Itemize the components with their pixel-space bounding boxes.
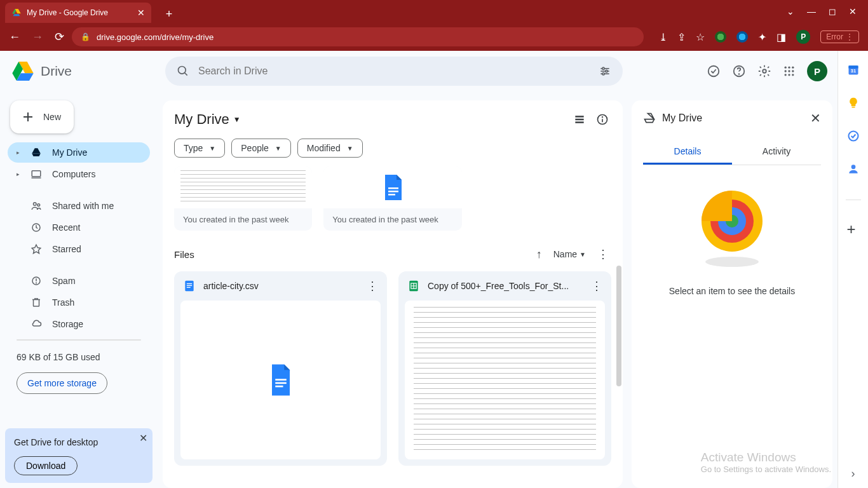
chevron-down-icon: ▼ (209, 145, 215, 152)
svg-rect-54 (275, 379, 287, 381)
suggested-meta: You created in the past week (323, 208, 461, 231)
sidebar-item-my-drive[interactable]: ▸ My Drive (8, 142, 150, 163)
get-storage-button[interactable]: Get more storage (17, 372, 107, 394)
profile-avatar[interactable]: P (796, 30, 810, 44)
docs-file-icon (377, 172, 408, 203)
info-icon[interactable] (593, 111, 611, 128)
sort-direction-icon[interactable]: ↑ (534, 245, 545, 264)
search-options-icon[interactable] (599, 65, 611, 78)
more-options-icon[interactable]: ⋮ (595, 245, 611, 264)
svg-text:31: 31 (850, 68, 855, 74)
tab-activity[interactable]: Activity (732, 140, 821, 165)
account-avatar[interactable]: P (807, 61, 827, 81)
calendar-icon[interactable]: 31 (847, 64, 860, 76)
svg-point-15 (709, 66, 719, 77)
list-view-icon[interactable] (571, 111, 588, 128)
svg-rect-70 (851, 107, 855, 108)
sidebar-item-label: Recent (52, 222, 80, 233)
svg-point-72 (851, 165, 855, 169)
svg-rect-51 (187, 283, 192, 284)
svg-point-27 (792, 74, 794, 76)
breadcrumb[interactable]: My Drive ▼ (174, 111, 241, 128)
extension-icon[interactable] (715, 31, 726, 43)
apps-icon[interactable] (783, 65, 796, 78)
reload-icon[interactable]: ⟳ (55, 30, 64, 44)
contacts-icon[interactable] (847, 163, 860, 175)
sidebar-item-label: Starred (52, 244, 81, 254)
suggested-card[interactable]: You created in the past week (323, 166, 461, 231)
settings-icon[interactable] (757, 64, 771, 78)
sidebar-item-label: My Drive (52, 147, 87, 158)
svg-point-7 (179, 67, 186, 74)
new-button[interactable]: New (10, 100, 74, 133)
extension-icon[interactable] (736, 31, 748, 43)
tab-details[interactable]: Details (643, 140, 732, 165)
sidebar-item-spam[interactable]: ▸ Spam (8, 271, 150, 291)
maximize-icon[interactable]: ◻ (829, 6, 836, 17)
back-icon[interactable]: ← (9, 30, 20, 44)
svg-point-24 (792, 70, 794, 72)
new-tab-button[interactable]: + (160, 5, 178, 23)
extensions-icon[interactable]: ✦ (758, 31, 766, 43)
storage-used-text: 69 KB of 15 GB used (8, 342, 150, 362)
sidebar-item-label: Trash (52, 297, 74, 308)
storage-icon (31, 318, 43, 330)
collapse-rail-icon[interactable]: › (851, 467, 855, 480)
chevron-down-icon[interactable]: ⌄ (787, 6, 794, 17)
search-bar[interactable] (165, 57, 623, 86)
tasks-icon[interactable] (847, 130, 860, 142)
svg-point-14 (602, 73, 604, 75)
filter-people[interactable]: People▼ (231, 139, 291, 158)
browser-tab[interactable]: My Drive - Google Drive ✕ (5, 3, 151, 23)
sidebar-item-starred[interactable]: ▸ Starred (8, 239, 150, 259)
svg-marker-61 (645, 114, 654, 123)
svg-point-18 (763, 69, 766, 73)
docs-icon (183, 280, 196, 292)
suggested-card[interactable]: You created in the past week (174, 166, 312, 231)
keep-icon[interactable] (847, 97, 860, 109)
sidebar-item-trash[interactable]: ▸ Trash (8, 292, 150, 313)
close-details-icon[interactable]: ✕ (810, 111, 821, 126)
svg-point-20 (788, 67, 790, 69)
svg-point-21 (792, 67, 794, 69)
svg-rect-41 (575, 116, 583, 118)
sidebar-item-recent[interactable]: ▸ Recent (8, 217, 150, 238)
sort-by-name[interactable]: Name▼ (553, 249, 586, 259)
bookmark-icon[interactable]: ☆ (696, 31, 705, 43)
share-icon[interactable]: ⇪ (677, 31, 686, 43)
forward-icon[interactable]: → (32, 30, 43, 44)
help-icon[interactable] (732, 64, 746, 78)
close-window-icon[interactable]: ✕ (849, 6, 857, 17)
file-card[interactable]: Copy of 500+_Free_Tools_For_St... ⋮ (398, 271, 611, 466)
sidebar-item-label: Shared with me (52, 201, 114, 211)
file-more-icon[interactable]: ⋮ (367, 279, 378, 293)
install-icon[interactable]: ⤓ (659, 31, 667, 43)
download-button[interactable]: Download (14, 456, 78, 475)
scrollbar[interactable] (616, 266, 621, 386)
minimize-icon[interactable]: — (807, 6, 816, 17)
lock-icon: 🔒 (81, 32, 90, 41)
search-input[interactable] (198, 65, 590, 77)
svg-marker-30 (32, 148, 41, 153)
promo-title: Get Drive for desktop (14, 437, 144, 447)
filter-modified[interactable]: Modified▼ (297, 139, 363, 158)
filter-type[interactable]: Type▼ (174, 139, 225, 158)
address-bar[interactable]: 🔒 drive.google.com/drive/my-drive (72, 27, 644, 46)
breadcrumb-label: My Drive (174, 111, 229, 128)
offline-ready-icon[interactable] (707, 64, 721, 78)
file-name: article-city.csv (203, 281, 359, 291)
sidepanel-icon[interactable]: ◨ (776, 31, 786, 43)
file-card[interactable]: article-city.csv ⋮ (174, 271, 387, 466)
tab-close-icon[interactable]: ✕ (137, 8, 145, 18)
file-more-icon[interactable]: ⋮ (591, 279, 602, 293)
chevron-down-icon: ▼ (275, 145, 281, 152)
svg-point-34 (34, 203, 37, 206)
details-empty-text: Select an item to see the details (669, 286, 795, 296)
add-addon-icon[interactable]: + (847, 220, 860, 233)
sidebar-item-shared[interactable]: ▸ Shared with me (8, 196, 150, 216)
caret-down-icon: ▼ (233, 115, 241, 124)
close-promo-icon[interactable]: ✕ (139, 432, 147, 444)
error-indicator[interactable]: Error⋮ (820, 30, 859, 43)
sidebar-item-computers[interactable]: ▸ Computers (8, 164, 150, 184)
sidebar-item-storage[interactable]: ▸ Storage (8, 314, 150, 334)
